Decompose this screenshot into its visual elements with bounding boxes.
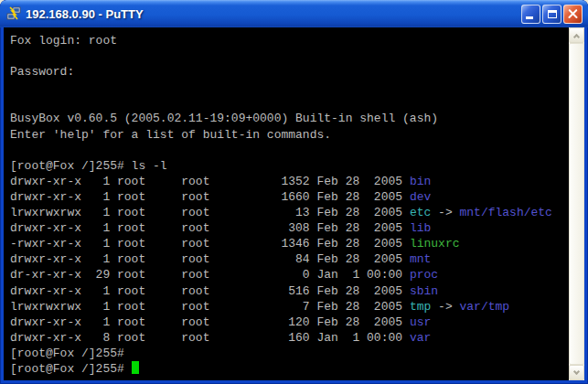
minimize-button[interactable]: [521, 5, 540, 24]
terminal-line: [10, 80, 569, 95]
terminal-line: Fox login: root: [10, 33, 569, 48]
terminal-screen[interactable]: Fox login: rootPassword:BusyBox v0.60.5 …: [4, 27, 569, 380]
file-name: var: [410, 331, 431, 345]
maximize-icon: [548, 10, 557, 18]
window-controls: [521, 5, 583, 24]
close-button[interactable]: [563, 5, 583, 24]
file-name: lib: [410, 221, 431, 235]
close-icon: [564, 5, 582, 23]
window-body: Fox login: rootPassword:BusyBox v0.60.5 …: [4, 27, 584, 380]
terminal-line: drwxr-xr-x 1 root root 120 Feb 28 2005 u…: [10, 315, 569, 330]
putty-window: 192.168.0.90 - PuTTY Fox login: rootPass…: [0, 0, 588, 384]
cursor-block: [132, 361, 139, 374]
terminal-line: Enter 'help' for a list of built-in comm…: [10, 127, 569, 143]
titlebar[interactable]: 192.168.0.90 - PuTTY: [0, 0, 588, 27]
terminal-line: drwxr-xr-x 1 root root 84 Feb 28 2005 mn…: [10, 251, 569, 267]
window-title: 192.168.0.90 - PuTTY: [26, 7, 517, 21]
minimize-icon: [526, 16, 533, 19]
file-name: proc: [410, 268, 438, 282]
shell-prompt: [root@Fox /]255#: [10, 362, 132, 376]
terminal-line: [10, 48, 569, 64]
terminal-line: drwxr-xr-x 8 root root 160 Jan 1 00:00 v…: [10, 330, 569, 346]
terminal-line: [root@Fox /]255#: [10, 346, 569, 361]
symlink-target: var/tmp: [460, 300, 510, 314]
terminal-line: drwxr-xr-x 1 root root 1660 Feb 28 2005 …: [10, 189, 569, 205]
putty-app-icon: [5, 6, 21, 22]
file-name: etc: [410, 206, 431, 219]
terminal-line: drwxr-xr-x 1 root root 516 Feb 28 2005 s…: [10, 283, 569, 299]
scrollbar[interactable]: [569, 27, 584, 380]
terminal-line: Password:: [10, 64, 569, 80]
scrollbar-thumb[interactable]: [569, 43, 584, 365]
file-name: bin: [410, 175, 431, 188]
terminal-line: drwxr-xr-x 1 root root 308 Feb 28 2005 l…: [10, 220, 569, 236]
terminal-line: dr-xr-xr-x 29 root root 0 Jan 1 00:00 pr…: [10, 267, 569, 283]
terminal-line: drwxr-xr-x 1 root root 1352 Feb 28 2005 …: [10, 174, 569, 189]
scrollbar-track[interactable]: [569, 43, 584, 365]
terminal-line: -rwxr-xr-x 1 root root 1346 Feb 28 2005 …: [10, 236, 569, 251]
symlink-target: mnt/flash/etc: [460, 206, 552, 219]
terminal-line: BusyBox v0.60.5 (2005.02.11-19:09+0000) …: [10, 111, 569, 126]
scroll-down-button[interactable]: [569, 365, 584, 380]
file-name: sbin: [410, 284, 438, 298]
file-name: mnt: [410, 252, 431, 266]
file-name: dev: [410, 190, 431, 204]
terminal-line: [10, 95, 569, 111]
terminal-line: lrwxrwxrwx 1 root root 7 Feb 28 2005 tmp…: [10, 299, 569, 315]
file-name: usr: [410, 315, 431, 329]
file-name: tmp: [410, 300, 431, 314]
terminal-line: [root@Fox /]255#: [10, 361, 569, 377]
maximize-button[interactable]: [542, 5, 561, 24]
scroll-up-button[interactable]: [569, 27, 584, 43]
terminal-line: [root@Fox /]255# ls -l: [10, 158, 569, 174]
file-name: linuxrc: [410, 237, 460, 251]
chevron-down-icon: [573, 368, 580, 374]
terminal-line: lrwxrwxrwx 1 root root 13 Feb 28 2005 et…: [10, 205, 569, 220]
terminal-line: [10, 143, 569, 158]
chevron-up-icon: [573, 33, 580, 39]
